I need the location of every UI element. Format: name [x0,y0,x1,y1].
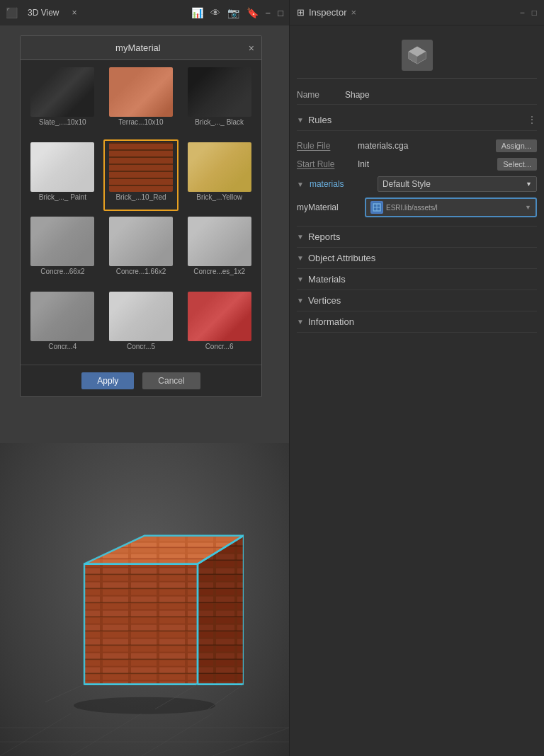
svg-line-32 [71,714,142,756]
material-grid-container: Slate_....10x10Terrac...10x10Brick_..._ … [21,60,261,365]
my-material-dropdown-icon: ▼ [525,204,531,211]
left-panel: ⬛ 3D View × 📊 👁 📷 🔖 − □ myMaterial × Sla… [0,0,289,756]
viewport-background [0,443,289,756]
materials-attribute-label[interactable]: materials [310,179,373,189]
material-thumbnail-concr3 [188,217,251,266]
material-thumbnail-slate [30,67,94,117]
maximize-icon[interactable]: □ [278,8,283,18]
minimize-icon[interactable]: − [266,8,271,18]
material-item-concr6[interactable]: Concr...6 [181,289,257,361]
material-label-brick-yellow: Brick_...Yellow [196,193,242,201]
rules-section-header[interactable]: ▼ Rules ⋮ [297,109,537,131]
dialog-title: myMaterial [28,42,249,53]
rules-collapse-icon: ▼ [297,116,304,124]
apply-button[interactable]: Apply [81,372,134,389]
cancel-button[interactable]: Cancel [142,372,200,389]
bookmark-icon[interactable]: 🔖 [246,7,259,18]
assign-button[interactable]: Assign... [496,139,537,152]
object-attributes-section-header[interactable]: ▼ Object Attributes [297,248,537,269]
material-item-concr3[interactable]: Concre...es_1x2 [181,214,257,286]
material-thumbnail-brick-paint [30,142,94,192]
inspector-maximize-icon[interactable]: □ [532,8,537,18]
eye-icon[interactable]: 👁 [210,7,220,18]
material-label-concr1: Concre...66x2 [40,268,84,275]
material-thumbnail-brick-red [109,142,173,192]
vertices-section-header[interactable]: ▼ Vertices [297,290,537,311]
material-item-terrac[interactable]: Terrac...10x10 [103,64,179,137]
material-thumbnail-brick-yellow [188,142,251,192]
rule-file-value: materials.cga [358,141,492,151]
material-item-concr5[interactable]: Concr...5 [103,289,179,361]
rule-file-row: Rule File materials.cga Assign... [297,137,537,155]
material-thumbnail-concr6 [188,292,251,341]
inspector-minimize-icon[interactable]: − [520,8,525,18]
material-item-brick-red[interactable]: Brick_...10_Red [103,139,179,212]
inspector-panel-icon: ⊞ [297,7,305,18]
material-label-concr4: Concr...4 [48,343,76,350]
3d-view-title: 3D View [22,0,64,25]
rule-file-label[interactable]: Rule File [297,141,353,151]
ground-grid [0,671,289,756]
material-item-concr2[interactable]: Concre...1.66x2 [103,214,179,286]
rules-section-title: Rules [308,115,523,125]
vertices-collapse-icon: ▼ [297,297,304,304]
object-attributes-section-title: Object Attributes [308,253,537,263]
material-item-concr1[interactable]: Concre...66x2 [25,214,101,286]
camera-icon[interactable]: 📷 [227,7,239,18]
my-material-label: myMaterial [297,202,361,212]
material-item-brick-paint[interactable]: Brick_..._ Paint [25,139,101,212]
my-material-path: ESRI.lib/assets/l [386,204,522,212]
material-thumbnail-concr2 [109,217,173,266]
material-item-slate[interactable]: Slate_....10x10 [25,64,101,137]
material-label-brick-black: Brick_..._ Black [195,118,244,126]
material-label-brick-red: Brick_...10_Red [115,193,166,201]
name-value: Shape [345,90,370,100]
rules-section-content: Rule File materials.cga Assign... Start … [297,131,537,227]
dropdown-arrow-icon: ▼ [526,181,532,188]
material-label-concr3: Concre...es_1x2 [193,268,245,275]
start-rule-value: Init [358,159,493,169]
close-tab-icon[interactable]: × [72,8,76,18]
materials-collapse-icon[interactable]: ▼ [297,181,304,188]
default-style-dropdown[interactable]: Default Style ▼ [378,176,537,192]
select-button[interactable]: Select... [497,158,537,171]
material-label-concr2: Concre...1.66x2 [116,268,166,275]
shape-icon [407,45,427,65]
material-label-concr6: Concr...6 [205,343,234,350]
object-attributes-collapse-icon: ▼ [297,254,304,262]
svg-marker-17 [84,564,198,685]
information-section-title: Information [308,316,537,327]
name-row: Name Shape [297,86,537,105]
material-thumbnail-terrac [109,67,173,117]
information-collapse-icon: ▼ [297,318,304,326]
material-label-concr5: Concr...5 [127,343,155,350]
material-item-brick-black[interactable]: Brick_..._ Black [181,64,257,137]
reports-section-title: Reports [308,231,537,242]
materials-section-header[interactable]: ▼ Materials [297,269,537,290]
material-thumbnail-concr5 [109,292,173,341]
materials-section-title: Materials [308,274,537,285]
material-label-brick-paint: Brick_..._ Paint [39,193,86,201]
vertices-section-title: Vertices [308,295,537,306]
chart-icon[interactable]: 📊 [191,7,203,18]
reports-section-header[interactable]: ▼ Reports [297,227,537,248]
3d-view-cube-icon: ⬛ [6,7,18,18]
material-thumbnail-concr1 [30,217,94,266]
inspector-close-tab-icon[interactable]: × [351,7,356,18]
dialog-close-button[interactable]: × [249,42,254,54]
material-item-concr4[interactable]: Concr...4 [25,289,101,361]
viewport-3d[interactable] [0,443,289,756]
my-material-row: myMaterial ESRI.lib/assets/l ▼ [297,195,537,220]
svg-line-31 [0,714,71,756]
materials-section-collapse-icon: ▼ [297,275,304,283]
rules-kebab-icon[interactable]: ⋮ [527,114,537,125]
my-material-field[interactable]: ESRI.lib/assets/l ▼ [365,197,537,217]
default-style-value: Default Style [382,179,431,189]
material-thumbnail-concr4 [30,292,94,341]
material-item-brick-yellow[interactable]: Brick_...Yellow [181,139,257,212]
my-material-asset-icon [370,201,383,214]
information-section-header[interactable]: ▼ Information [297,311,537,333]
dialog-footer: Apply Cancel [21,365,261,396]
inspector-body: Name Shape ▼ Rules ⋮ Rule File materials… [290,25,544,340]
start-rule-label[interactable]: Start Rule [297,159,353,169]
